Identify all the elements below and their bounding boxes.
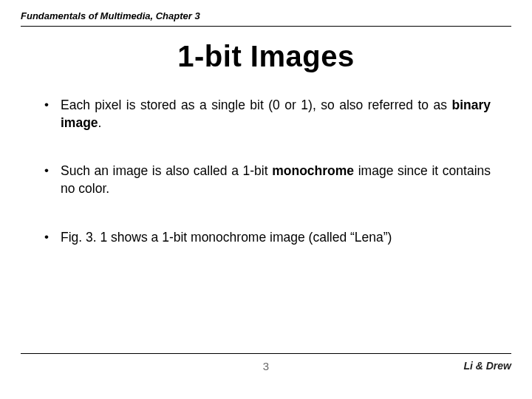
authors: Li & Drew bbox=[463, 360, 511, 372]
list-item: Each pixel is stored as a single bit (0 … bbox=[41, 97, 491, 132]
page-number: 3 bbox=[263, 360, 269, 372]
bullet-list: Each pixel is stored as a single bit (0 … bbox=[21, 97, 511, 277]
bullet-text-pre: Fig. 3. 1 shows a 1-bit monochrome image… bbox=[61, 230, 392, 245]
bullet-text-post: . bbox=[98, 115, 102, 130]
slide: Fundamentals of Multimedia, Chapter 3 1-… bbox=[0, 0, 532, 399]
list-item: Such an image is also called a 1-bit mon… bbox=[41, 163, 491, 197]
list-item: Fig. 3. 1 shows a 1-bit monochrome image… bbox=[41, 229, 491, 247]
bullet-text-pre: Each pixel is stored as a single bit (0 … bbox=[61, 98, 451, 112]
bullet-text-bold: monochrome bbox=[272, 163, 354, 178]
slide-title: 1-bit Images bbox=[21, 40, 511, 73]
footer: 3 Li & Drew bbox=[21, 353, 511, 377]
chapter-header: Fundamentals of Multimedia, Chapter 3 bbox=[21, 10, 511, 27]
bullet-text-pre: Such an image is also called a 1-bit bbox=[61, 163, 272, 178]
